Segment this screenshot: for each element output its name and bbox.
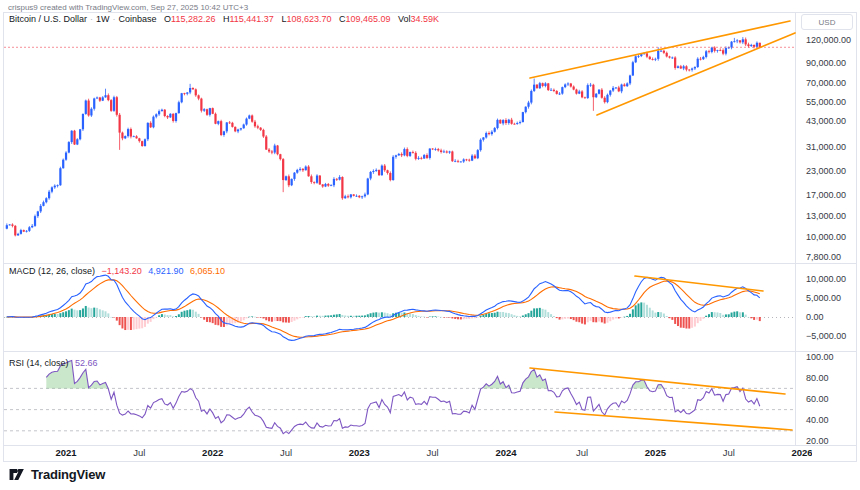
axis-tick-label: 80.00 xyxy=(806,373,829,383)
axis-tick-label: 40.00 xyxy=(806,415,829,425)
macd-histogram-bar xyxy=(581,317,583,324)
interval-label[interactable]: 1W xyxy=(96,14,110,24)
macd-histogram-bar xyxy=(282,317,284,322)
macd-histogram-bar xyxy=(702,317,704,319)
open-value: 115,282.26 xyxy=(171,14,215,24)
volume-value: 34.59K xyxy=(411,14,440,24)
axis-tick-label: 17,000.00 xyxy=(806,190,846,200)
macd-histogram-bar xyxy=(621,317,623,318)
macd-histogram-bar xyxy=(604,317,606,324)
macd-panel xyxy=(4,275,793,340)
macd-histogram-bar xyxy=(677,317,679,326)
axis-tick-label: 7,800.00 xyxy=(806,252,841,262)
macd-histogram-bar xyxy=(82,308,84,317)
macd-histogram-bar xyxy=(268,317,270,321)
macd-title[interactable]: MACD (12, 26, close) xyxy=(9,266,95,276)
macd-histogram-bar xyxy=(556,317,558,318)
macd-histogram-bar xyxy=(725,314,727,317)
macd-histogram-bar xyxy=(719,313,721,317)
currency-unit-button[interactable]: USD xyxy=(801,14,853,30)
macd-histogram-bar xyxy=(246,317,248,318)
rsi-legend[interactable]: RSI (14, close) 52.66 xyxy=(9,358,102,368)
macd-histogram-bar xyxy=(691,317,693,328)
macd-histogram-bar xyxy=(646,305,648,317)
macd-histogram-bar xyxy=(308,316,310,317)
macd-histogram-bar xyxy=(302,317,304,318)
time-axis[interactable]: 2021Jul2022Jul2023Jul2024Jul2025Jul2026 xyxy=(0,446,812,461)
trendline-drawings[interactable] xyxy=(530,21,795,430)
macd-histogram-bar xyxy=(105,311,107,317)
macd-histogram-bar xyxy=(708,314,710,317)
macd-histogram-bar xyxy=(152,317,154,319)
macd-histogram-bar xyxy=(316,316,318,317)
macd-histogram-bar xyxy=(130,317,132,330)
macd-histogram-bar xyxy=(330,315,332,317)
macd-histogram-bar xyxy=(733,312,735,317)
rsi-value: 52.66 xyxy=(75,358,98,368)
macd-histogram-bar xyxy=(133,317,135,330)
axis-tick-label: 10,000.00 xyxy=(806,232,846,242)
macd-histogram-bar xyxy=(638,303,640,317)
symbol-legend[interactable]: Bitcoin / U.S. Dollar·1W·Coinbase O115,2… xyxy=(9,14,439,24)
macd-histogram-bar xyxy=(516,316,518,317)
macd-histogram-bar xyxy=(685,317,687,328)
macd-histogram-bar xyxy=(313,316,315,317)
macd-histogram-bar xyxy=(750,317,752,318)
tradingview-logo[interactable]: TradingView xyxy=(8,466,105,483)
tradingview-chart-page: crispus9 created with TradingView.com, S… xyxy=(0,0,860,490)
time-tick-label: 2025 xyxy=(645,447,666,458)
macd-histogram-bar xyxy=(127,317,129,330)
axis-tick-label: 60.00 xyxy=(806,394,829,404)
macd-histogram-bar xyxy=(451,317,453,318)
macd-histogram-bar xyxy=(384,313,386,317)
macd-histogram-bar xyxy=(93,308,95,317)
macd-histogram-bar xyxy=(110,317,112,318)
exchange-label[interactable]: Coinbase xyxy=(119,14,157,24)
rsi-title[interactable]: RSI (14, close) xyxy=(9,358,69,368)
macd-signal-value: 6,065.10 xyxy=(190,266,225,276)
macd-histogram-bar xyxy=(494,313,496,317)
volume-label: Vol xyxy=(398,14,411,24)
macd-legend[interactable]: MACD (12, 26, close) −1,143.20 4,921.90 … xyxy=(9,266,229,276)
macd-histogram-bar xyxy=(488,313,490,317)
macd-histogram-bar xyxy=(449,317,451,318)
macd-histogram-bar xyxy=(319,316,321,317)
trendline xyxy=(597,33,795,115)
time-tick-label: 2026 xyxy=(791,447,812,458)
macd-histogram-bar xyxy=(505,313,507,317)
axis-tick-label: 10,000.00 xyxy=(806,274,846,284)
axis-tick-label: 70,000.00 xyxy=(806,78,846,88)
macd-histogram-bar xyxy=(136,317,138,329)
axis-tick-label: 55,000.00 xyxy=(806,97,846,107)
macd-histogram-bar xyxy=(71,309,73,317)
macd-histogram-bar xyxy=(65,311,67,317)
macd-histogram-bar xyxy=(694,317,696,327)
macd-histogram-bar xyxy=(573,317,575,320)
time-tick-label: Jul xyxy=(723,447,735,458)
macd-histogram-bar xyxy=(167,315,169,317)
macd-histogram-value: −1,143.20 xyxy=(102,266,142,276)
macd-histogram-bar xyxy=(90,308,92,317)
macd-histogram-bar xyxy=(102,310,104,317)
symbol-title[interactable]: Bitcoin / U.S. Dollar xyxy=(9,14,87,24)
macd-histogram-bar xyxy=(226,317,228,325)
macd-histogram-bar xyxy=(550,314,552,317)
time-tick-label: Jul xyxy=(576,447,588,458)
trendline xyxy=(555,412,792,430)
tradingview-logo-icon xyxy=(8,466,25,483)
macd-histogram-bar xyxy=(107,313,109,317)
macd-histogram-bar xyxy=(547,312,549,317)
macd-histogram-bar xyxy=(716,312,718,317)
macd-histogram-bar xyxy=(116,317,118,321)
macd-histogram-bar xyxy=(254,317,256,318)
macd-histogram-bar xyxy=(519,316,521,317)
macd-histogram-bar xyxy=(626,316,628,317)
macd-histogram-bar xyxy=(533,308,535,317)
macd-histogram-bar xyxy=(711,312,713,317)
chart-canvas[interactable] xyxy=(0,0,860,462)
macd-histogram-bar xyxy=(327,315,329,317)
macd-histogram-bar xyxy=(728,314,730,317)
macd-histogram-bar xyxy=(113,317,115,318)
rsi-panel xyxy=(4,360,793,433)
price-axis[interactable]: 120,000.0090,000.0070,000.0055,000.0043,… xyxy=(796,13,860,461)
